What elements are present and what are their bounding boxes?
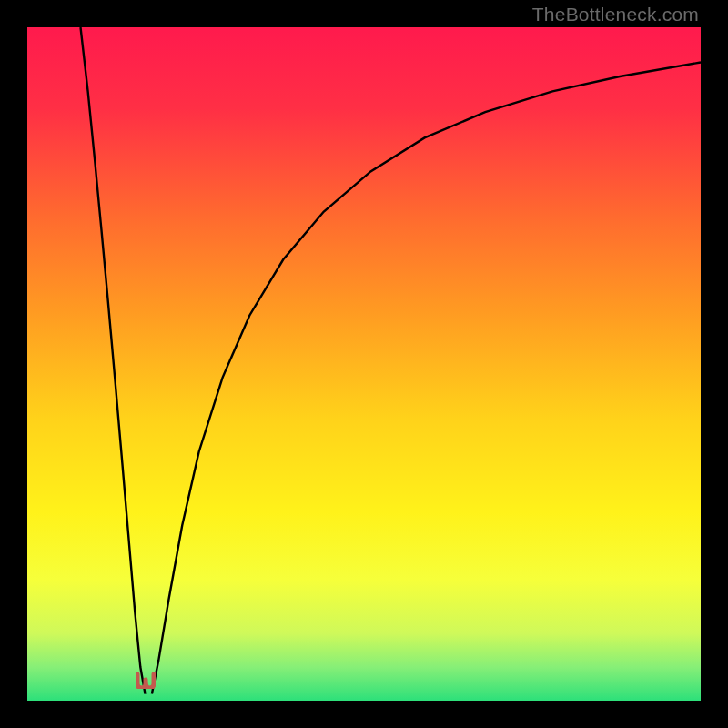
plot-area (27, 27, 701, 701)
bottleneck-curve (27, 27, 701, 701)
u-shape-path (137, 674, 154, 688)
minimum-marker-icon (136, 672, 156, 689)
chart-frame: TheBottleneck.com (0, 0, 728, 728)
watermark-text: TheBottleneck.com (532, 4, 699, 25)
curve-right-branch (152, 63, 701, 694)
curve-left-branch (81, 27, 146, 694)
